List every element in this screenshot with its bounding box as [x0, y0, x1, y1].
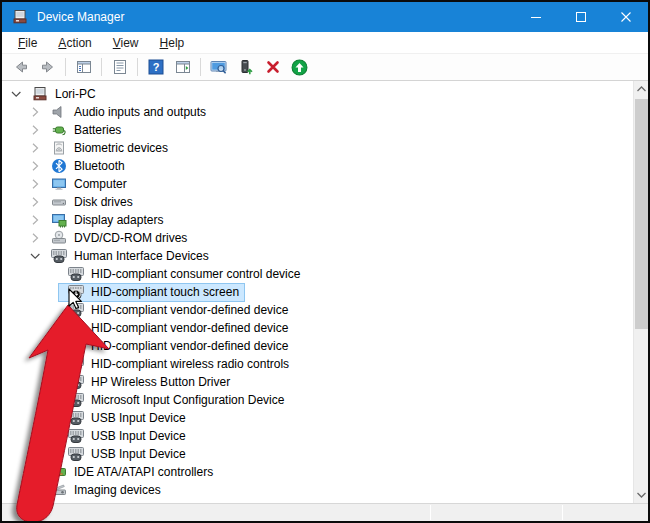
forward-button[interactable] — [35, 56, 60, 78]
tree-item-usb-input-device[interactable]: USB Input Device — [2, 445, 648, 463]
battery-icon — [51, 122, 67, 138]
tree-item-content[interactable]: Disk drives — [42, 194, 138, 211]
maximize-button[interactable] — [558, 2, 603, 32]
tree-item-content[interactable]: Display adapters — [42, 212, 168, 229]
tree-item-hid-compliant-consumer-control-device[interactable]: HID-compliant consumer control device — [2, 265, 648, 283]
tree-item-display-adapters[interactable]: Display adapters — [2, 211, 648, 229]
tree-item-content[interactable]: Batteries — [42, 122, 126, 139]
tree-item-hid-compliant-vendor-defined-device[interactable]: HID-compliant vendor-defined device — [2, 319, 648, 337]
tree-item-content[interactable]: HID-compliant vendor-defined device — [59, 320, 293, 337]
tree-item-content[interactable]: USB Input Device — [59, 446, 191, 463]
tree-item-label: Batteries — [72, 122, 124, 139]
menu-file[interactable]: File — [12, 34, 43, 52]
tree-item-hp-wireless-button-driver[interactable]: HP Wireless Button Driver — [2, 373, 648, 391]
tree-item-imaging-devices[interactable]: Imaging devices — [2, 481, 648, 499]
hid-disabled-icon — [68, 284, 84, 300]
tree-item-batteries[interactable]: Batteries — [2, 121, 648, 139]
audio-icon — [51, 104, 67, 120]
tree-item-content[interactable]: Biometric devices — [42, 140, 173, 157]
tree-item-content[interactable]: Microsoft Input Configuration Device — [59, 392, 289, 409]
tree-item-content[interactable]: Computer — [42, 176, 132, 193]
tree-item-hid-compliant-vendor-defined-device[interactable]: HID-compliant vendor-defined device — [2, 301, 648, 319]
tree-item-hid-compliant-touch-screen[interactable]: HID-compliant touch screen — [2, 283, 648, 301]
tree-item-content[interactable]: Lori-PC — [23, 86, 101, 103]
tree-item-content[interactable]: USB Input Device — [59, 428, 191, 445]
expand-toggle[interactable] — [28, 248, 42, 264]
hid-icon — [68, 320, 84, 336]
toolbar-separator — [137, 58, 138, 76]
tree-item-label: HID-compliant vendor-defined device — [89, 320, 291, 337]
tree-item-content[interactable]: HID-compliant consumer control device — [59, 266, 305, 283]
tree-item-label: Computer — [72, 176, 130, 193]
tree-item-content[interactable]: IDE ATA/ATAPI controllers — [42, 464, 218, 481]
hid-icon — [68, 374, 84, 390]
tree-item-content[interactable]: HP Wireless Button Driver — [59, 374, 235, 391]
maximize-icon — [573, 9, 589, 25]
menu-view[interactable]: View — [107, 34, 145, 52]
tree-item-hid-compliant-vendor-defined-device[interactable]: HID-compliant vendor-defined device — [2, 337, 648, 355]
tree-item-content[interactable]: HID-compliant vendor-defined device — [59, 338, 293, 355]
menu-action[interactable]: Action — [52, 34, 97, 52]
tree-item-dvd-cd-rom-drives[interactable]: DVD/CD-ROM drives — [2, 229, 648, 247]
expand-toggle[interactable] — [28, 140, 42, 156]
scroll-down-button[interactable] — [634, 487, 648, 503]
update-driver-button[interactable] — [233, 56, 258, 78]
vertical-scrollbar[interactable] — [633, 81, 648, 503]
device-manager-app-icon — [12, 9, 28, 25]
tree-item-content[interactable]: Human Interface Devices — [42, 248, 214, 265]
tree-item-bluetooth[interactable]: Bluetooth — [2, 157, 648, 175]
help-button[interactable]: ? — [143, 56, 168, 78]
properties-button[interactable] — [107, 56, 132, 78]
window-controls — [513, 2, 648, 32]
expand-toggle[interactable] — [28, 194, 42, 210]
tree-item-microsoft-input-configuration-device[interactable]: Microsoft Input Configuration Device — [2, 391, 648, 409]
chevron-down-icon — [9, 86, 23, 102]
expand-toggle[interactable] — [28, 212, 42, 228]
tree-item-lori-pc[interactable]: Lori-PC — [2, 85, 648, 103]
expand-toggle[interactable] — [28, 176, 42, 192]
expand-toggle[interactable] — [28, 158, 42, 174]
tree-item-computer[interactable]: Computer — [2, 175, 648, 193]
expand-toggle[interactable] — [9, 86, 23, 102]
tree-item-content[interactable]: DVD/CD-ROM drives — [42, 230, 192, 247]
close-button[interactable] — [603, 2, 648, 32]
dvd-drive-icon — [51, 230, 67, 246]
tree-item-label: Biometric devices — [72, 140, 171, 157]
red-x-icon — [265, 59, 281, 75]
menu-help[interactable]: Help — [154, 34, 191, 52]
tree-item-content[interactable]: USB Input Device — [59, 410, 191, 427]
expand-toggle[interactable] — [28, 230, 42, 246]
scan-hardware-changes-button[interactable] — [287, 56, 312, 78]
tree-item-content[interactable]: HID-compliant vendor-defined device — [59, 302, 293, 319]
show-action-pane-button[interactable] — [170, 56, 195, 78]
tree-item-ide-ata-atapi-controllers[interactable]: IDE ATA/ATAPI controllers — [2, 463, 648, 481]
scroll-up-button[interactable] — [634, 81, 648, 97]
tree-item-content[interactable]: Imaging devices — [42, 482, 166, 499]
tree-item-disk-drives[interactable]: Disk drives — [2, 193, 648, 211]
tree-item-audio-inputs-and-outputs[interactable]: Audio inputs and outputs — [2, 103, 648, 121]
expand-toggle[interactable] — [28, 482, 42, 498]
tree-item-biometric-devices[interactable]: Biometric devices — [2, 139, 648, 157]
bluetooth-icon — [51, 158, 67, 174]
tree-item-human-interface-devices[interactable]: Human Interface Devices — [2, 247, 648, 265]
tree-item-label: HP Wireless Button Driver — [89, 374, 233, 391]
tree-item-usb-input-device[interactable]: USB Input Device — [2, 427, 648, 445]
status-separator — [430, 505, 431, 520]
tree-item-content[interactable]: HID-compliant touch screen — [59, 284, 244, 301]
scan-computer-button[interactable] — [206, 56, 231, 78]
tree-item-content[interactable]: Bluetooth — [42, 158, 130, 175]
uninstall-device-button[interactable] — [260, 56, 285, 78]
scrollbar-thumb[interactable] — [635, 99, 648, 329]
close-icon — [618, 9, 634, 25]
expand-toggle[interactable] — [28, 122, 42, 138]
tree-item-label: Audio inputs and outputs — [72, 104, 209, 121]
tree-item-hid-compliant-wireless-radio-controls[interactable]: HID-compliant wireless radio controls — [2, 355, 648, 373]
tree-item-content[interactable]: Audio inputs and outputs — [42, 104, 211, 121]
show-console-tree-button[interactable] — [71, 56, 96, 78]
minimize-button[interactable] — [513, 2, 558, 32]
back-button[interactable] — [8, 56, 33, 78]
expand-toggle[interactable] — [28, 464, 42, 480]
expand-toggle[interactable] — [28, 104, 42, 120]
tree-item-usb-input-device[interactable]: USB Input Device — [2, 409, 648, 427]
tree-item-content[interactable]: HID-compliant wireless radio controls — [59, 356, 294, 373]
